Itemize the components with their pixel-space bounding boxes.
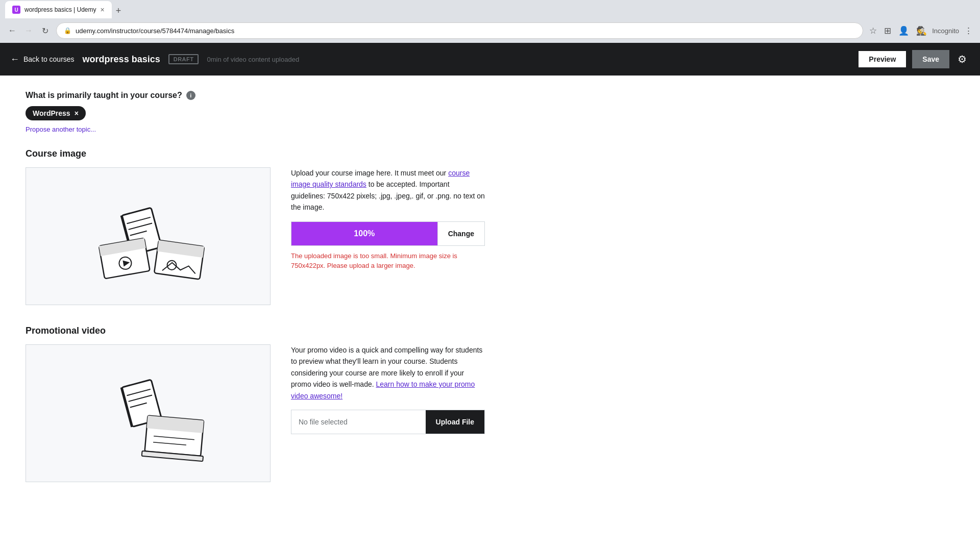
course-image-title: Course image bbox=[26, 148, 485, 159]
tab-close-icon[interactable]: × bbox=[101, 6, 105, 14]
tab-favicon: U bbox=[12, 6, 20, 14]
info-icon[interactable]: i bbox=[186, 91, 195, 100]
refresh-button[interactable]: ↻ bbox=[38, 23, 52, 38]
upload-progress-bar: 100% Change bbox=[291, 221, 485, 246]
change-image-button[interactable]: Change bbox=[437, 222, 484, 245]
preview-button[interactable]: Preview bbox=[857, 50, 907, 68]
no-file-label: No file selected bbox=[291, 410, 426, 434]
image-preview-box bbox=[26, 167, 271, 305]
header-actions: Preview Save ⚙ bbox=[857, 50, 970, 68]
extensions-icon[interactable]: ⊞ bbox=[882, 23, 893, 38]
file-upload-bar: No file selected Upload File bbox=[291, 410, 485, 434]
draft-badge: DRAFT bbox=[168, 54, 199, 64]
main-content: What is primarily taught in your course?… bbox=[0, 76, 510, 518]
back-to-courses-label: Back to courses bbox=[23, 55, 75, 63]
profile-icon[interactable]: 👤 bbox=[896, 23, 911, 38]
topic-section: What is primarily taught in your course?… bbox=[26, 91, 485, 133]
course-image-description: Upload your course image here. It must m… bbox=[291, 167, 485, 271]
wordpress-tag: WordPress × bbox=[26, 106, 86, 120]
back-to-courses-link[interactable]: ← Back to courses bbox=[10, 54, 75, 65]
promo-video-title: Promotional video bbox=[26, 325, 485, 336]
image-error-text: The uploaded image is too small. Minimum… bbox=[291, 251, 485, 271]
promo-video-preview-box bbox=[26, 344, 271, 482]
browser-toolbar: ← → ↻ 🔒 udemy.com/instructor/course/5784… bbox=[0, 18, 980, 43]
promo-video-description: Your promo video is a quick and compelli… bbox=[291, 344, 485, 434]
topic-question: What is primarily taught in your course?… bbox=[26, 91, 485, 100]
upload-progress-fill: 100% bbox=[291, 222, 437, 245]
promo-desc-text: Your promo video is a quick and compelli… bbox=[291, 344, 485, 402]
tag-remove-button[interactable]: × bbox=[75, 109, 79, 117]
url-text: udemy.com/instructor/course/5784474/mana… bbox=[76, 27, 234, 35]
course-image-illustration bbox=[82, 185, 214, 287]
course-title: wordpress basics bbox=[83, 54, 160, 65]
browser-actions: ☆ ⊞ 👤 🕵 Incognito ⋮ bbox=[867, 23, 975, 38]
tab-title: wordpress basics | Udemy bbox=[24, 6, 96, 13]
promo-video-section: Promotional video bbox=[26, 325, 485, 482]
nav-buttons: ← → ↻ bbox=[5, 23, 52, 38]
tag-label: WordPress bbox=[33, 109, 70, 117]
upload-file-button[interactable]: Upload File bbox=[426, 410, 484, 434]
menu-icon[interactable]: ⋮ bbox=[962, 23, 975, 38]
incognito-label: Incognito bbox=[932, 27, 959, 35]
new-tab-button[interactable]: + bbox=[112, 4, 126, 18]
incognito-icon[interactable]: 🕵 bbox=[914, 23, 929, 38]
favorites-icon[interactable]: ☆ bbox=[867, 23, 879, 38]
settings-gear-button[interactable]: ⚙ bbox=[954, 50, 970, 68]
propose-topic-link[interactable]: Propose another topic... bbox=[26, 126, 96, 133]
promo-video-layout: Your promo video is a quick and compelli… bbox=[26, 344, 485, 482]
promo-video-illustration bbox=[82, 362, 214, 464]
course-image-section: Course image bbox=[26, 148, 485, 305]
address-bar[interactable]: 🔒 udemy.com/instructor/course/5784474/ma… bbox=[56, 22, 863, 39]
tabs-bar: U wordpress basics | Udemy × + bbox=[0, 0, 980, 18]
lock-icon: 🔒 bbox=[64, 27, 71, 34]
back-button[interactable]: ← bbox=[5, 23, 19, 38]
back-arrow-icon: ← bbox=[10, 54, 19, 65]
course-image-layout: Upload your course image here. It must m… bbox=[26, 167, 485, 305]
topic-tags-area: WordPress × bbox=[26, 106, 485, 120]
save-button[interactable]: Save bbox=[912, 50, 949, 68]
app-header: ← Back to courses wordpress basics DRAFT… bbox=[0, 43, 980, 76]
image-desc-text: Upload your course image here. It must m… bbox=[291, 167, 485, 213]
browser-window: U wordpress basics | Udemy × + ← → ↻ 🔒 u… bbox=[0, 0, 980, 551]
progress-value: 100% bbox=[354, 229, 375, 238]
active-tab[interactable]: U wordpress basics | Udemy × bbox=[5, 1, 112, 18]
upload-status: 0min of video content uploaded bbox=[207, 56, 849, 63]
forward-button[interactable]: → bbox=[21, 23, 36, 38]
